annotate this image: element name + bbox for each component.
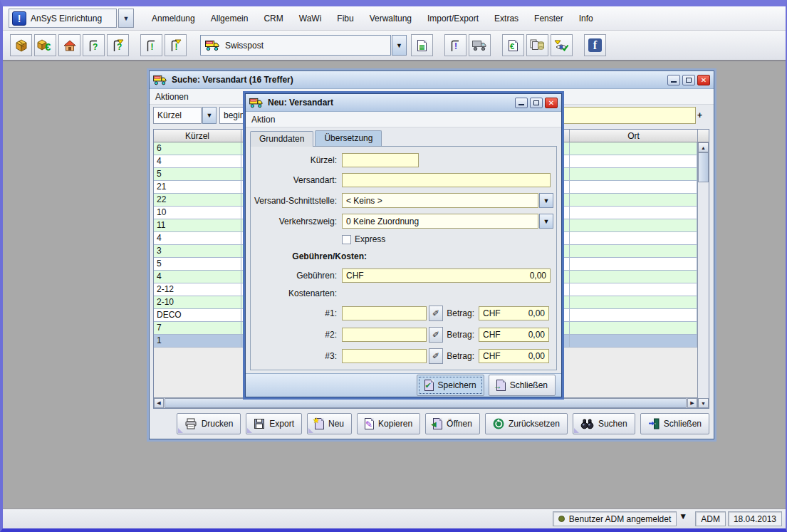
- module-selector-box[interactable]: ! AnSyS Einrichtung: [9, 9, 117, 28]
- drucken-button[interactable]: Drucken: [177, 413, 241, 434]
- verkehrszweig-combo[interactable]: 0 Keine Zuordnung ▼: [342, 214, 553, 229]
- neu-button[interactable]: ★ Neu: [307, 413, 352, 434]
- search-question-filter-button[interactable]: ?: [107, 34, 129, 56]
- menu-anmeldung[interactable]: Anmeldung: [145, 11, 202, 26]
- verkehrszweig-value: 0 Keine Zuordnung: [346, 217, 419, 226]
- tab-grunddaten[interactable]: Grunddaten: [250, 131, 313, 147]
- articles-button[interactable]: [10, 34, 32, 56]
- verkehrszweig-dropdown-button[interactable]: ▼: [539, 214, 553, 229]
- maximize-icon: [533, 100, 539, 105]
- menu-fenster[interactable]: Fenster: [528, 11, 570, 26]
- euro-document-icon: €: [509, 40, 518, 51]
- menu-crm[interactable]: CRM: [257, 11, 289, 26]
- vertical-scrollbar[interactable]: ▲ ▼: [697, 130, 709, 408]
- dialog-schliessen-button[interactable]: → Schließen: [489, 375, 556, 396]
- menu-info[interactable]: Info: [573, 11, 600, 26]
- shipping-button[interactable]: [469, 34, 491, 56]
- carrier-combo-box[interactable]: Swisspost: [200, 35, 391, 56]
- oeffnen-button[interactable]: ◀ Öffnen: [425, 413, 480, 434]
- maximize-button[interactable]: [530, 98, 543, 108]
- kopieren-button[interactable]: ✎ Kopieren: [357, 413, 420, 434]
- question-hook-icon: ?: [88, 39, 100, 52]
- scroll-left-button[interactable]: ◀: [154, 398, 164, 408]
- module-selector-combo[interactable]: ! AnSyS Einrichtung ▼: [9, 9, 134, 28]
- application-window: ! AnSyS Einrichtung ▼ Anmeldung Allgemei…: [0, 0, 787, 532]
- search-exclamation-filter-button[interactable]: !: [165, 34, 187, 56]
- carrier-combo[interactable]: Swisspost ▼: [200, 35, 407, 56]
- express-checkbox[interactable]: [342, 235, 351, 244]
- column-header-kuerzel[interactable]: Kürzel: [154, 130, 241, 142]
- filter-field-combo[interactable]: Kürzel ▼: [153, 107, 217, 124]
- user-status-dropdown-button[interactable]: ▼: [679, 511, 693, 526]
- grid-document-button[interactable]: ▦: [411, 34, 433, 56]
- gebuehren-field[interactable]: CHF 0,00: [342, 268, 551, 283]
- scroll-right-button[interactable]: ▶: [687, 398, 697, 408]
- betrag3-field[interactable]: CHF 0,00: [479, 349, 549, 363]
- add-filter-button[interactable]: +: [697, 110, 709, 120]
- facebook-button[interactable]: f: [584, 34, 606, 56]
- reset-icon: [493, 418, 504, 429]
- menu-aktion[interactable]: Aktion: [251, 115, 275, 125]
- menu-allgemein[interactable]: Allgemein: [204, 11, 255, 26]
- tab-uebersetzung[interactable]: Übersetzung: [315, 130, 382, 146]
- maximize-button[interactable]: [682, 75, 695, 85]
- close-button[interactable]: ✕: [697, 75, 710, 85]
- kostenart2-input[interactable]: [342, 328, 427, 342]
- kuerzel-input[interactable]: [342, 153, 419, 167]
- menu-extras[interactable]: Extras: [488, 11, 525, 26]
- verkehrszweig-value-box[interactable]: 0 Keine Zuordnung: [342, 214, 538, 229]
- home-button[interactable]: [58, 34, 80, 56]
- zuruecksetzen-button[interactable]: Zurücksetzen: [485, 413, 568, 434]
- schliessen-button[interactable]: Schließen: [640, 413, 709, 434]
- suchen-button[interactable]: Suchen: [573, 413, 635, 434]
- vertical-scroll-thumb[interactable]: [698, 152, 709, 182]
- minimize-button[interactable]: [667, 75, 680, 85]
- horizontal-scroll-thumb[interactable]: [165, 398, 687, 408]
- vertical-scroll-track[interactable]: [698, 182, 709, 398]
- menu-wawi[interactable]: WaWi: [293, 11, 328, 26]
- close-button[interactable]: ✕: [545, 98, 558, 108]
- copy-database-button[interactable]: [526, 34, 548, 56]
- menu-verwaltung[interactable]: Verwaltung: [363, 11, 418, 26]
- carrier-combo-dropdown-button[interactable]: ▼: [392, 35, 407, 56]
- betrag3-currency: CHF: [483, 351, 501, 361]
- suchen-label: Suchen: [598, 419, 627, 429]
- versandart-input[interactable]: [342, 173, 551, 187]
- column-header-ort[interactable]: Ort: [570, 130, 697, 142]
- filter-field-dropdown-button[interactable]: ▼: [202, 107, 217, 124]
- desktop-area: Suche: Versandart (16 Treffer) ✕ Aktione…: [3, 61, 786, 508]
- scroll-down-button[interactable]: ▼: [698, 398, 709, 408]
- kostenart3-input[interactable]: [342, 349, 427, 363]
- module-selector-dropdown-button[interactable]: ▼: [118, 9, 134, 28]
- scroll-up-button[interactable]: ▲: [698, 142, 709, 152]
- export-button[interactable]: Export: [246, 413, 302, 434]
- betrag2-field[interactable]: CHF 0,00: [479, 328, 549, 342]
- menu-aktionen[interactable]: Aktionen: [155, 92, 189, 102]
- truck-gray-icon: [472, 40, 487, 51]
- speichern-button[interactable]: ✔ Speichern: [417, 375, 484, 396]
- schliessen-label: Schließen: [664, 419, 702, 429]
- versand-schnittstelle-value-box[interactable]: < Keins >: [342, 193, 538, 208]
- horizontal-scrollbar[interactable]: ◀ ▶: [154, 397, 697, 408]
- dialog-titlebar[interactable]: Neu: Versandart ✕: [246, 94, 561, 112]
- search-record-button[interactable]: !: [444, 34, 467, 56]
- menu-import-export[interactable]: Import/Export: [421, 11, 485, 26]
- kostenart1-pick-button[interactable]: ✐: [429, 306, 443, 321]
- euro-document-button[interactable]: €: [502, 34, 524, 56]
- search-exclamation-button[interactable]: !: [140, 34, 162, 56]
- search-question-button[interactable]: ?: [83, 34, 105, 56]
- menu-fibu[interactable]: Fibu: [330, 11, 360, 26]
- kostenart2-pick-button[interactable]: ✐: [429, 327, 443, 343]
- search-window-titlebar[interactable]: Suche: Versandart (16 Treffer) ✕: [150, 71, 714, 89]
- prices-button[interactable]: €: [34, 34, 56, 56]
- versand-schnittstelle-combo[interactable]: < Keins > ▼: [342, 193, 553, 208]
- minimize-button[interactable]: [515, 98, 528, 108]
- kostenart1-input[interactable]: [342, 306, 427, 320]
- kostenart3-pick-button[interactable]: ✐: [429, 348, 443, 364]
- view-check-button[interactable]: [551, 34, 573, 56]
- filter-field-value-box[interactable]: Kürzel: [153, 107, 202, 124]
- eye-check-icon: [554, 40, 569, 51]
- versand-schnittstelle-dropdown-button[interactable]: ▼: [539, 193, 553, 208]
- dialog-buttonbar: ✔ Speichern → Schließen: [246, 373, 561, 397]
- betrag1-field[interactable]: CHF 0,00: [479, 306, 549, 320]
